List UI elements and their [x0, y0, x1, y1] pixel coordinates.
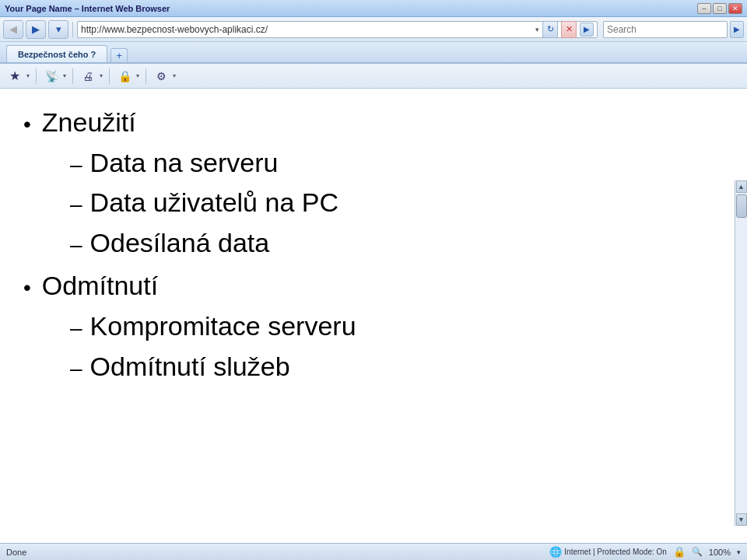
address-dropdown-icon[interactable]: ▾	[535, 26, 539, 33]
toolbar-separator-4	[146, 68, 146, 84]
main-list: • Zneužití – Data na serveru – Data uživ…	[23, 104, 724, 385]
stop-button[interactable]: ✕	[561, 21, 577, 38]
sub-dash: –	[70, 229, 82, 260]
sub-list-item: – Data na serveru	[70, 145, 724, 182]
search-area: ▶	[603, 21, 744, 38]
sub-list-container: – Kompromitace serveru – Odmítnutí služe…	[23, 308, 724, 385]
sub-list-item: – Kompromitace serveru	[70, 308, 724, 345]
security-icon: 🔒	[673, 546, 686, 558]
bullet-dot: •	[23, 272, 31, 303]
content-area: • Zneužití – Data na serveru – Data uživ…	[0, 89, 747, 543]
search-input[interactable]	[603, 21, 728, 38]
bullet-text: Zneužití	[42, 104, 136, 142]
tab-label: Bezpečnost čeho ?	[18, 50, 96, 59]
scroll-up-arrow[interactable]: ▲	[736, 180, 747, 193]
rss-group: 📡 ▾	[43, 68, 66, 85]
safety-group: 🔒 ▾	[116, 68, 139, 85]
safety-button[interactable]: 🔒	[116, 68, 133, 85]
sub-list-container: – Data na serveru – Data uživatelů na PC…	[23, 145, 724, 262]
bullet-dot: •	[23, 109, 31, 139]
navigation-bar: ◀ ▶ ▾ ▾ ↻ ✕ ▶ ▶	[0, 17, 747, 42]
search-go-button[interactable]: ▶	[730, 21, 744, 38]
sub-dash: –	[70, 353, 82, 383]
sub-text: Odmítnutí služeb	[90, 348, 290, 386]
nav-dropdown-button[interactable]: ▾	[48, 20, 68, 39]
nav-separator-1	[72, 22, 73, 37]
forward-button[interactable]: ▶	[26, 20, 46, 39]
tools-button[interactable]: ⚙	[153, 68, 170, 85]
sub-text: Data na serveru	[90, 145, 279, 182]
sub-text: Odesílaná data	[90, 225, 270, 262]
window-title: Your Page Name – Internet Web Browser	[5, 4, 170, 13]
scroll-down-arrow[interactable]: ▼	[736, 513, 747, 526]
tools-group: ⚙ ▾	[153, 68, 176, 85]
rss-button[interactable]: 📡	[43, 68, 60, 85]
scroll-thumb[interactable]	[736, 194, 747, 218]
favorites-button[interactable]: ★	[6, 68, 23, 85]
list-item: • Odmítnutí	[23, 268, 724, 305]
sub-list-item: – Odesílaná data	[70, 225, 724, 262]
globe-icon: 🌐	[549, 546, 562, 558]
tools-dropdown-icon[interactable]: ▾	[173, 72, 176, 79]
zoom-dropdown-icon[interactable]: ▾	[737, 548, 741, 556]
toolbar-separator-2	[72, 68, 73, 84]
address-input[interactable]	[81, 24, 532, 35]
status-text: Done	[6, 548, 26, 557]
window-controls: – □ ✕	[697, 3, 742, 14]
sub-text: Kompromitace serveru	[90, 308, 356, 345]
rss-dropdown-icon[interactable]: ▾	[63, 72, 66, 79]
sub-list: – Data na serveru – Data uživatelů na PC…	[70, 145, 724, 262]
favorites-dropdown-icon[interactable]: ▾	[26, 72, 30, 79]
refresh-button[interactable]: ↻	[542, 21, 558, 38]
restore-button[interactable]: □	[713, 3, 727, 14]
toolbar-separator-1	[36, 68, 37, 84]
sub-dash: –	[70, 313, 82, 343]
status-bar: Done 🌐 Internet | Protected Mode: On 🔒 🔍…	[0, 543, 747, 560]
ie-toolbar: ★ ▾ 📡 ▾ 🖨 ▾ 🔒 ▾ ⚙ ▾	[0, 64, 747, 89]
minimize-button[interactable]: –	[697, 3, 711, 14]
zoom-icon: 🔍	[692, 547, 703, 557]
protected-mode-text: Internet | Protected Mode: On	[564, 548, 667, 556]
status-left: Done	[6, 548, 26, 557]
scrollbar[interactable]: ▲ ▼	[735, 180, 747, 526]
tab-bar: Bezpečnost čeho ? +	[0, 42, 747, 64]
sub-list: – Kompromitace serveru – Odmítnutí služe…	[70, 308, 724, 385]
go-button[interactable]: ▶	[580, 23, 594, 37]
title-bar: Your Page Name – Internet Web Browser – …	[0, 0, 747, 17]
zoom-level[interactable]: 100%	[709, 548, 731, 557]
address-bar[interactable]: ▾ ↻ ✕ ▶	[77, 21, 598, 38]
list-item: • Zneužití	[23, 104, 724, 142]
status-right: 🌐 Internet | Protected Mode: On 🔒 🔍 100%…	[549, 546, 741, 558]
print-dropdown-icon[interactable]: ▾	[100, 72, 103, 79]
toolbar-separator-3	[109, 68, 110, 84]
bullet-text: Odmítnutí	[42, 268, 158, 305]
active-tab[interactable]: Bezpečnost čeho ?	[6, 45, 107, 62]
print-group: 🖨 ▾	[79, 68, 103, 85]
favorites-group: ★ ▾	[6, 68, 30, 85]
back-button[interactable]: ◀	[3, 20, 23, 39]
new-tab-button[interactable]: +	[110, 48, 128, 62]
safety-dropdown-icon[interactable]: ▾	[136, 72, 139, 79]
sub-list-item: – Odmítnutí služeb	[70, 348, 724, 386]
print-button[interactable]: 🖨	[79, 68, 96, 85]
sub-dash: –	[70, 189, 82, 219]
sub-text: Data uživatelů na PC	[90, 184, 338, 222]
close-button[interactable]: ✕	[728, 3, 742, 14]
protected-mode-badge: 🌐 Internet | Protected Mode: On	[549, 546, 667, 558]
sub-list-item: – Data uživatelů na PC	[70, 184, 724, 222]
sub-dash: –	[70, 149, 82, 180]
